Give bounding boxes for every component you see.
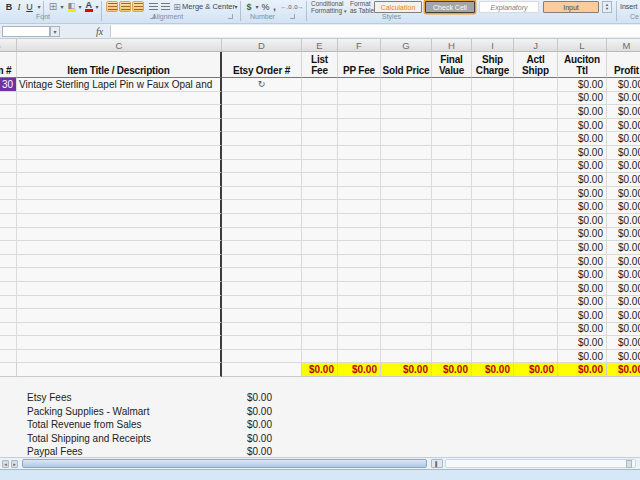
cell-i-row1[interactable] <box>472 78 514 92</box>
cell-f-row20[interactable] <box>338 336 381 350</box>
totals-cell-m[interactable]: $0.00 <box>607 363 640 377</box>
cell-h-row6[interactable] <box>432 146 472 160</box>
cell-m-row16[interactable]: $0.00 <box>607 282 640 296</box>
cell-d-row19[interactable] <box>222 323 302 337</box>
cell-i-row14[interactable] <box>472 255 514 269</box>
conditional-formatting-button[interactable]: Conditional Formatting ▾ <box>311 0 346 14</box>
cell-e-row15[interactable] <box>302 268 338 282</box>
cell-l-row14[interactable]: $0.00 <box>558 255 607 269</box>
cell-e-row13[interactable] <box>302 241 338 255</box>
name-box[interactable] <box>2 26 50 37</box>
cell-m-row9[interactable]: $0.00 <box>607 187 640 201</box>
cell-h-row2[interactable] <box>432 92 472 106</box>
cell-f-row21[interactable] <box>338 350 381 364</box>
cell-d-row8[interactable] <box>222 173 302 187</box>
cell-i-row5[interactable] <box>472 132 514 146</box>
totals-cell-f[interactable]: $0.00 <box>338 363 381 377</box>
cell-b-row8[interactable] <box>0 173 17 187</box>
cell-c-row4[interactable] <box>17 119 222 133</box>
header-final-value[interactable]: FinalValue <box>432 52 472 78</box>
cell-d-row10[interactable] <box>222 200 302 214</box>
cell-c-row16[interactable] <box>17 282 222 296</box>
column-header-D[interactable]: D <box>222 39 302 52</box>
cell-c-row13[interactable] <box>17 241 222 255</box>
cell-e-row6[interactable] <box>302 146 338 160</box>
cell-f-row16[interactable] <box>338 282 381 296</box>
cell-g-row15[interactable] <box>381 268 432 282</box>
cell-m-row6[interactable]: $0.00 <box>607 146 640 160</box>
cell-g-row6[interactable] <box>381 146 432 160</box>
cell-g-row17[interactable] <box>381 296 432 310</box>
header-sold-price[interactable]: Sold Price <box>381 52 432 78</box>
cell-e-row3[interactable] <box>302 105 338 119</box>
cell-g-row9[interactable] <box>381 187 432 201</box>
cell-d-row20[interactable] <box>222 336 302 350</box>
cell-e-row17[interactable] <box>302 296 338 310</box>
cell-j-row18[interactable] <box>514 309 558 323</box>
cell-b-row5[interactable] <box>0 132 17 146</box>
cell-e-row7[interactable] <box>302 160 338 174</box>
align-left-button[interactable] <box>106 1 118 12</box>
scrollbar-resize-grip[interactable] <box>626 460 632 468</box>
cell-l-row4[interactable]: $0.00 <box>558 119 607 133</box>
header-etsy-order[interactable]: Etsy Order # <box>222 52 302 78</box>
cell-m-row11[interactable]: $0.00 <box>607 214 640 228</box>
cell-f-row6[interactable] <box>338 146 381 160</box>
totals-cell-i[interactable]: $0.00 <box>472 363 514 377</box>
cell-l-row21[interactable]: $0.00 <box>558 350 607 364</box>
cell-j-row8[interactable] <box>514 173 558 187</box>
cell-i-row4[interactable] <box>472 119 514 133</box>
cell-e-row11[interactable] <box>302 214 338 228</box>
cell-c-row5[interactable] <box>17 132 222 146</box>
decrease-decimal-button[interactable]: .0→ <box>292 1 304 12</box>
cell-e-row4[interactable] <box>302 119 338 133</box>
increase-indent-button[interactable] <box>159 1 171 12</box>
totals-cell-d[interactable] <box>222 363 302 377</box>
underline-button[interactable]: U <box>25 1 34 12</box>
cell-l-row9[interactable]: $0.00 <box>558 187 607 201</box>
cell-f-row5[interactable] <box>338 132 381 146</box>
cell-l-row16[interactable]: $0.00 <box>558 282 607 296</box>
cell-m-row8[interactable]: $0.00 <box>607 173 640 187</box>
cell-i-row9[interactable] <box>472 187 514 201</box>
align-center-button[interactable] <box>119 1 131 12</box>
cell-d-row6[interactable] <box>222 146 302 160</box>
cell-j-row6[interactable] <box>514 146 558 160</box>
cell-b-row3[interactable] <box>0 105 17 119</box>
cell-i-row10[interactable] <box>472 200 514 214</box>
cell-h-row16[interactable] <box>432 282 472 296</box>
font-color-dropdown-icon[interactable]: ▾ <box>94 1 100 12</box>
cell-j-row7[interactable] <box>514 160 558 174</box>
cell-f-row10[interactable] <box>338 200 381 214</box>
cell-i-row6[interactable] <box>472 146 514 160</box>
header-ship-charge[interactable]: ShipCharge <box>472 52 514 78</box>
totals-cell-c[interactable] <box>17 363 222 377</box>
cell-l-row18[interactable]: $0.00 <box>558 309 607 323</box>
column-header-H[interactable]: H <box>432 39 472 52</box>
header-pp-fee[interactable]: PP Fee <box>338 52 381 78</box>
header-item-number[interactable]: Item # <box>0 52 17 78</box>
cell-g-row19[interactable] <box>381 323 432 337</box>
cell-m-row10[interactable]: $0.00 <box>607 200 640 214</box>
cell-i-row11[interactable] <box>472 214 514 228</box>
totals-cell-b[interactable] <box>0 363 17 377</box>
number-dialog-launcher-icon[interactable] <box>290 14 295 19</box>
comma-style-button[interactable]: , <box>271 1 278 12</box>
cell-c-row2[interactable] <box>17 92 222 106</box>
cell-c-row19[interactable] <box>17 323 222 337</box>
cell-b-row16[interactable] <box>0 282 17 296</box>
cell-l-row5[interactable]: $0.00 <box>558 132 607 146</box>
cell-e-row20[interactable] <box>302 336 338 350</box>
cell-i-row3[interactable] <box>472 105 514 119</box>
cell-h-row13[interactable] <box>432 241 472 255</box>
cell-l-row15[interactable]: $0.00 <box>558 268 607 282</box>
accounting-format-button[interactable]: $ <box>245 1 253 12</box>
cell-h-row1[interactable] <box>432 78 472 92</box>
merge-center-dropdown-icon[interactable]: ▾ <box>233 1 239 12</box>
cell-i-row18[interactable] <box>472 309 514 323</box>
totals-cell-e[interactable]: $0.00 <box>302 363 338 377</box>
cell-c-row12[interactable] <box>17 228 222 242</box>
cell-m-row20[interactable]: $0.00 <box>607 336 640 350</box>
column-header-B[interactable]: B <box>0 39 17 52</box>
cell-g-row18[interactable] <box>381 309 432 323</box>
